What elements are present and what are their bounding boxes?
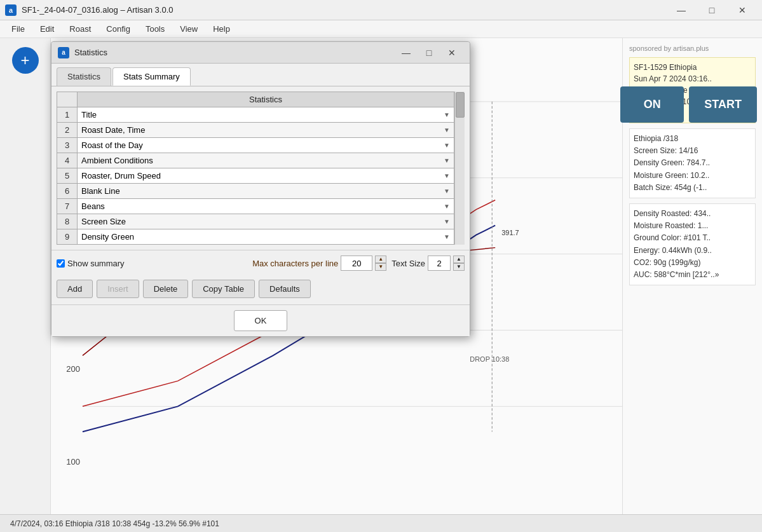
row-value: Blank Line ▼ — [78, 184, 454, 199]
row-number: 1 — [57, 107, 78, 123]
table-container: Statistics 1 Title ▼ 2 Roast Date, Time … — [51, 86, 470, 250]
sponsored-text: sponsored by artisan.plus — [629, 44, 756, 52]
max-chars-spinner: ▲ ▼ — [375, 256, 386, 271]
menu-view[interactable]: View — [173, 23, 204, 35]
max-chars-down[interactable]: ▼ — [375, 263, 386, 271]
table-row: 5 Roaster, Drum Speed ▼ — [57, 168, 454, 184]
status-text: 4/7/2024, 03:16 Ethiopia /318 10:38 454g… — [10, 519, 219, 528]
row-value: Screen Size ▼ — [78, 214, 454, 229]
max-chars-group: Max characters per line ▲ ▼ — [252, 256, 386, 271]
dropdown-arrow-icon[interactable]: ▼ — [444, 142, 450, 149]
bottom-controls: Show summary Max characters per line ▲ ▼… — [51, 250, 470, 276]
info-block-3: Density Roasted: 434.. Moisture Roasted:… — [629, 203, 756, 285]
menu-config[interactable]: Config — [100, 23, 137, 35]
app-title: SF1-_24-04-07_0316.alog – Artisan 3.0.0 — [22, 5, 662, 15]
dialog-title-bar: a Statistics — □ ✕ — [51, 42, 470, 64]
col-statistics-header: Statistics — [78, 92, 454, 107]
table-row: 2 Roast Date, Time ▼ — [57, 123, 454, 138]
row-value: Beans ▼ — [78, 199, 454, 214]
dialog-maximize[interactable]: □ — [418, 44, 440, 62]
text-size-spinner: ▲ ▼ — [453, 256, 465, 271]
row-value: Roast of the Day ▼ — [78, 138, 454, 153]
text-size-input[interactable] — [428, 256, 451, 271]
svg-text:DROP 10:38: DROP 10:38 — [470, 355, 509, 363]
defaults-button[interactable]: Defaults — [259, 280, 311, 298]
info-block-2: Ethiopia /318 Screen Size: 14/16 Density… — [629, 128, 756, 198]
menu-tools[interactable]: Tools — [139, 23, 171, 35]
ok-section: OK — [51, 304, 470, 336]
dropdown-arrow-icon[interactable]: ▼ — [444, 218, 450, 225]
row-number: 9 — [57, 229, 78, 245]
dropdown-arrow-icon[interactable]: ▼ — [444, 111, 450, 118]
svg-text:391.7: 391.7 — [501, 229, 519, 236]
table-row: 9 Density Green ▼ — [57, 229, 454, 245]
row-value: Title ▼ — [78, 107, 454, 123]
top-buttons-area: ON START — [615, 81, 762, 128]
minimize-button[interactable]: — — [667, 0, 696, 20]
app-title-bar: a SF1-_24-04-07_0316.alog – Artisan 3.0.… — [0, 0, 762, 20]
add-button[interactable]: + — [12, 47, 39, 74]
dropdown-arrow-icon[interactable]: ▼ — [444, 188, 450, 194]
text-size-down[interactable]: ▼ — [453, 263, 465, 271]
row-value: Density Green ▼ — [78, 229, 454, 245]
action-buttons: Add Insert Delete Copy Table Defaults — [51, 276, 470, 304]
menu-bar: File Edit Roast Config Tools View Help — [0, 20, 762, 38]
row-number: 2 — [57, 123, 78, 138]
dropdown-arrow-icon[interactable]: ▼ — [444, 203, 450, 210]
table-row: 1 Title ▼ — [57, 107, 454, 123]
dialog-close[interactable]: ✕ — [440, 44, 463, 62]
row-value: Roaster, Drum Speed ▼ — [78, 168, 454, 184]
show-summary-label[interactable]: Show summary — [57, 259, 125, 268]
col-num-header — [57, 92, 78, 107]
status-bar: 4/7/2024, 03:16 Ethiopia /318 10:38 454g… — [0, 514, 762, 532]
table-row: 8 Screen Size ▼ — [57, 214, 454, 229]
text-size-group: Text Size ▲ ▼ — [391, 256, 465, 271]
left-panel: + — [0, 38, 51, 514]
scroll-wrapper: Statistics 1 Title ▼ 2 Roast Date, Time … — [57, 92, 465, 245]
tab-stats-summary[interactable]: Stats Summary — [112, 67, 191, 86]
menu-help[interactable]: Help — [207, 23, 236, 35]
row-number: 7 — [57, 199, 78, 214]
row-number: 3 — [57, 138, 78, 153]
dropdown-arrow-icon[interactable]: ▼ — [444, 172, 450, 179]
scrollbar-track[interactable] — [454, 92, 465, 245]
scrollbar-thumb[interactable] — [456, 92, 465, 118]
dialog-title: Statistics — [74, 48, 395, 57]
table-row: 3 Roast of the Day ▼ — [57, 138, 454, 153]
table-row: 7 Beans ▼ — [57, 199, 454, 214]
on-button[interactable]: ON — [620, 86, 684, 123]
text-size-up[interactable]: ▲ — [453, 256, 465, 263]
table-row: 6 Blank Line ▼ — [57, 184, 454, 199]
tab-bar: Statistics Stats Summary — [51, 64, 470, 86]
insert-button[interactable]: Insert — [97, 280, 139, 298]
tab-statistics[interactable]: Statistics — [57, 67, 111, 86]
ok-button[interactable]: OK — [234, 310, 288, 331]
row-number: 5 — [57, 168, 78, 184]
row-value: Ambient Conditions ▼ — [78, 153, 454, 168]
show-summary-checkbox[interactable] — [57, 259, 65, 268]
statistics-dialog: a Statistics — □ ✕ Statistics Stats Summ… — [51, 41, 470, 337]
max-chars-input[interactable] — [341, 256, 372, 271]
delete-button[interactable]: Delete — [143, 280, 189, 298]
row-number: 6 — [57, 184, 78, 199]
menu-file[interactable]: File — [5, 23, 31, 35]
menu-edit[interactable]: Edit — [34, 23, 60, 35]
add-button[interactable]: Add — [57, 280, 93, 298]
table-row: 4 Ambient Conditions ▼ — [57, 153, 454, 168]
statistics-table: Statistics 1 Title ▼ 2 Roast Date, Time … — [57, 92, 454, 245]
row-value: Roast Date, Time ▼ — [78, 123, 454, 138]
dialog-icon: a — [58, 47, 69, 58]
app-icon: a — [5, 4, 17, 16]
dropdown-arrow-icon[interactable]: ▼ — [444, 126, 450, 133]
menu-roast[interactable]: Roast — [63, 23, 97, 35]
maximize-button[interactable]: □ — [697, 0, 726, 20]
dropdown-arrow-icon[interactable]: ▼ — [444, 157, 450, 164]
dropdown-arrow-icon[interactable]: ▼ — [444, 233, 450, 240]
max-chars-up[interactable]: ▲ — [375, 256, 386, 263]
start-button[interactable]: START — [689, 86, 757, 123]
dialog-minimize[interactable]: — — [395, 44, 418, 62]
close-button[interactable]: ✕ — [728, 0, 757, 20]
copy-table-button[interactable]: Copy Table — [192, 280, 255, 298]
row-number: 8 — [57, 214, 78, 229]
row-number: 4 — [57, 153, 78, 168]
